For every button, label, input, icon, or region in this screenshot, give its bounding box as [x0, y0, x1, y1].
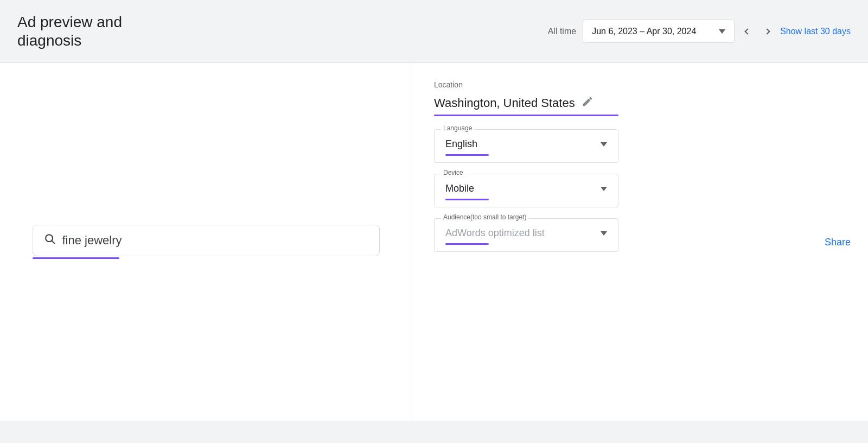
audience-dropdown[interactable]: Audience(too small to target) AdWords op… [434, 218, 618, 252]
location-value-row: Washington, United States [434, 96, 846, 110]
right-panel: Location Washington, United States Langu… [412, 63, 868, 421]
share-button[interactable]: Share [825, 236, 851, 248]
page-header: Ad preview and diagnosis All time Jun 6,… [0, 0, 868, 62]
device-dropdown-label: Device [441, 169, 465, 176]
chevron-left-icon [744, 28, 750, 34]
audience-underline [445, 243, 489, 245]
location-section: Location Washington, United States [434, 80, 846, 116]
audience-dropdown-content: AdWords optimized list [445, 227, 607, 239]
svg-line-1 [52, 241, 54, 244]
audience-dropdown-value: AdWords optimized list [445, 227, 545, 239]
search-underline [33, 257, 119, 259]
language-underline [445, 154, 489, 156]
search-icon [44, 233, 56, 248]
language-dropdown-label: Language [441, 124, 474, 132]
left-panel: fine jewelry [0, 63, 412, 421]
search-box-wrapper: fine jewelry [33, 225, 380, 259]
language-chevron-icon [601, 138, 607, 150]
chevron-right-icon [764, 28, 770, 34]
show-last-30-button[interactable]: Show last 30 days [780, 27, 851, 36]
language-dropdown[interactable]: Language English [434, 129, 618, 163]
language-dropdown-value: English [445, 138, 477, 150]
location-label: Location [434, 80, 846, 89]
next-arrow-button[interactable] [761, 25, 774, 38]
language-dropdown-content: English [445, 138, 607, 150]
location-underline [434, 115, 618, 116]
header-controls: All time Jun 6, 2023 – Apr 30, 2024 Show… [548, 20, 851, 43]
audience-dropdown-label: Audience(too small to target) [441, 213, 528, 221]
date-range-value: Jun 6, 2023 – Apr 30, 2024 [592, 27, 696, 36]
all-time-label: All time [548, 27, 576, 36]
edit-location-icon[interactable] [582, 96, 593, 110]
location-text: Washington, United States [434, 96, 575, 110]
device-underline [445, 199, 489, 200]
date-range-dropdown[interactable]: Jun 6, 2023 – Apr 30, 2024 [583, 20, 735, 43]
page-title: Ad preview and diagnosis [17, 13, 126, 49]
device-dropdown[interactable]: Device Mobile [434, 174, 618, 207]
main-content: fine jewelry Location Washington, United… [0, 62, 868, 421]
search-query-text: fine jewelry [62, 233, 122, 248]
date-range-chevron-icon [719, 26, 725, 37]
device-dropdown-value: Mobile [445, 183, 474, 194]
prev-arrow-button[interactable] [741, 25, 754, 38]
device-dropdown-content: Mobile [445, 183, 607, 194]
audience-chevron-icon [601, 227, 607, 239]
device-chevron-icon [601, 183, 607, 194]
search-box[interactable]: fine jewelry [33, 225, 380, 256]
